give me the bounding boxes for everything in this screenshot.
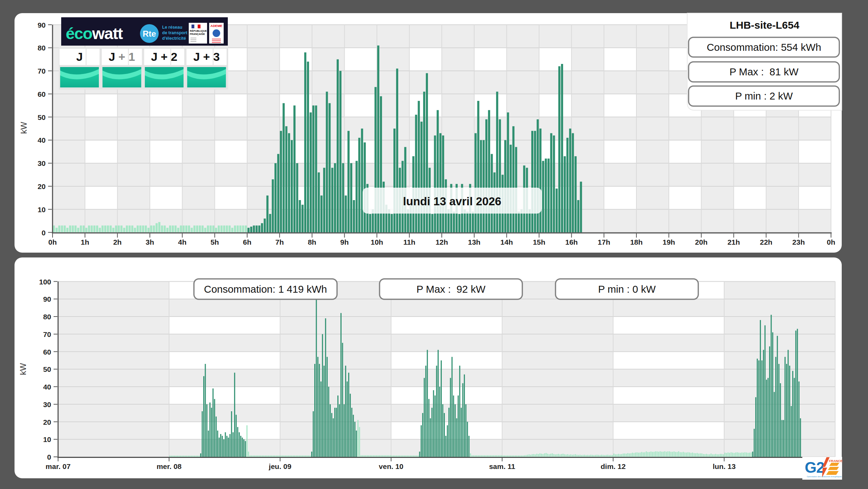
svg-text:Le réseau: Le réseau: [162, 25, 182, 30]
svg-text:J + 2: J + 2: [151, 50, 178, 63]
svg-text:0: 0: [47, 453, 51, 461]
svg-text:14h: 14h: [501, 238, 513, 246]
svg-text:20h: 20h: [695, 238, 708, 246]
svg-text:23h: 23h: [792, 238, 805, 246]
svg-text:Consommation: 554 kWh: Consommation: 554 kWh: [707, 41, 821, 53]
svg-text:0: 0: [41, 229, 46, 237]
svg-text:7h: 7h: [276, 238, 284, 246]
svg-text:FRANCE: FRANCE: [829, 459, 843, 463]
svg-text:FRANÇAISE: FRANÇAISE: [190, 32, 205, 36]
svg-text:de transport: de transport: [162, 30, 188, 35]
svg-text:8h: 8h: [308, 238, 316, 246]
svg-text:5h: 5h: [211, 238, 219, 246]
svg-text:16h: 16h: [565, 238, 578, 246]
svg-text:12h: 12h: [436, 238, 448, 246]
svg-text:21h: 21h: [727, 238, 740, 246]
svg-text:90: 90: [43, 295, 51, 303]
svg-text:20: 20: [38, 182, 46, 190]
svg-text:40: 40: [38, 136, 46, 144]
svg-text:17h: 17h: [598, 238, 610, 246]
svg-text:3h: 3h: [146, 238, 154, 246]
svg-text:sam. 11: sam. 11: [489, 462, 515, 470]
svg-text:19h: 19h: [663, 238, 675, 246]
svg-text:J + 3: J + 3: [193, 50, 220, 63]
svg-text:P min : 2 kW: P min : 2 kW: [735, 90, 793, 102]
svg-text:LHB-site-L654: LHB-site-L654: [730, 19, 800, 31]
svg-text:60: 60: [43, 348, 51, 356]
svg-text:80: 80: [43, 313, 51, 321]
svg-text:jeu. 09: jeu. 09: [269, 462, 291, 470]
svg-text:10: 10: [43, 435, 51, 443]
svg-text:mar. 07: mar. 07: [46, 462, 71, 470]
svg-text:80: 80: [38, 44, 46, 52]
svg-text:13h: 13h: [468, 238, 480, 246]
svg-text:lun. 13: lun. 13: [713, 462, 736, 470]
svg-text:Rte: Rte: [143, 29, 156, 38]
svg-text:Optimisation des ressources én: Optimisation des ressources énergétiques: [807, 476, 842, 478]
svg-text:Consommation: 1 419 kWh: Consommation: 1 419 kWh: [204, 283, 327, 295]
svg-text:P min : 0 kW: P min : 0 kW: [598, 283, 656, 295]
svg-text:lundi 13 avril 2026: lundi 13 avril 2026: [403, 195, 501, 208]
svg-text:10: 10: [38, 206, 46, 214]
svg-text:70: 70: [38, 67, 46, 75]
svg-text:6h: 6h: [243, 238, 252, 246]
svg-text:40: 40: [43, 383, 51, 391]
svg-text:9h: 9h: [340, 238, 349, 246]
svg-text:70: 70: [43, 330, 51, 338]
svg-text:P Max : 92 kW: P Max : 92 kW: [417, 283, 486, 295]
svg-text:10h: 10h: [371, 238, 383, 246]
svg-text:0h: 0h: [48, 238, 57, 246]
svg-text:ADEME: ADEME: [211, 24, 222, 28]
svg-text:30: 30: [38, 159, 46, 167]
svg-text:20: 20: [43, 418, 51, 426]
svg-text:écowatt: écowatt: [66, 24, 123, 43]
svg-text:50: 50: [43, 365, 51, 373]
svg-text:d'électricité: d'électricité: [162, 36, 186, 41]
svg-text:dim. 12: dim. 12: [601, 462, 626, 470]
svg-text:2h: 2h: [113, 238, 122, 246]
svg-text:50: 50: [38, 113, 46, 121]
svg-text:G2: G2: [805, 459, 824, 476]
svg-text:kW: kW: [18, 363, 28, 375]
svg-text:100: 100: [39, 278, 51, 286]
svg-text:4h: 4h: [178, 238, 187, 246]
svg-text:0h: 0h: [827, 238, 836, 246]
svg-text:90: 90: [38, 21, 46, 29]
svg-text:30: 30: [43, 401, 51, 408]
svg-text:J: J: [76, 50, 83, 63]
svg-text:18h: 18h: [630, 238, 643, 246]
svg-text:22h: 22h: [760, 238, 772, 246]
svg-text:ven. 10: ven. 10: [379, 462, 403, 470]
svg-text:J + 1: J + 1: [109, 50, 135, 63]
svg-text:60: 60: [38, 90, 46, 98]
svg-text:RÉPUBLIQUE: RÉPUBLIQUE: [190, 29, 207, 32]
svg-text:11h: 11h: [403, 238, 416, 246]
svg-text:mer. 08: mer. 08: [157, 462, 182, 470]
svg-text:1h: 1h: [81, 238, 90, 246]
svg-text:P Max : 81 kW: P Max : 81 kW: [729, 66, 799, 77]
svg-text:15h: 15h: [533, 238, 545, 246]
svg-text:kW: kW: [19, 122, 28, 134]
